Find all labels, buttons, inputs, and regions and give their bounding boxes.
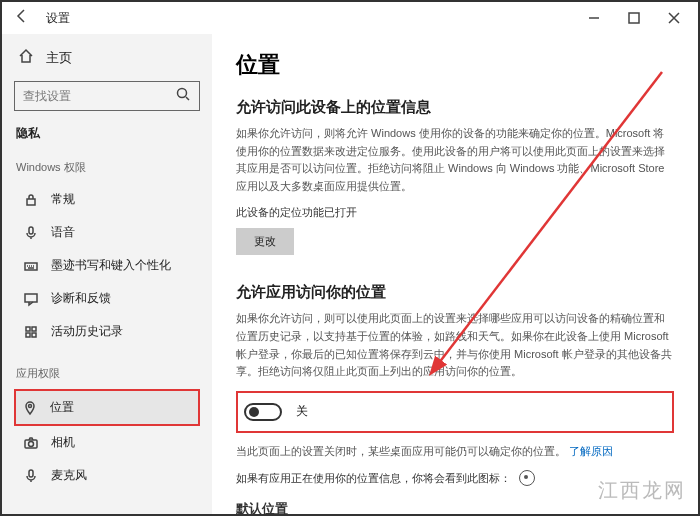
sidebar-item-inking[interactable]: 墨迹书写和键入个性化 [14,249,200,282]
location-icon-note: 如果有应用正在使用你的位置信息，你将会看到此图标： [236,470,674,486]
svg-rect-2 [27,199,35,205]
minimize-icon[interactable] [574,4,614,32]
svg-rect-13 [29,470,33,477]
location-toggle-row: 关 [236,391,674,433]
svg-rect-9 [32,333,36,337]
keyboard-icon [23,258,39,274]
titlebar: 设置 [2,2,698,34]
sidebar-item-speech[interactable]: 语音 [14,216,200,249]
sidebar-group-app: 应用权限 [16,366,200,381]
learn-more-link[interactable]: 了解原因 [569,445,613,457]
sidebar: 主页 隐私 Windows 权限 常规 语音 墨迹书写和键入个性化 [2,34,212,514]
sidebar-item-location[interactable]: 位置 [14,389,200,426]
feedback-icon [23,291,39,307]
search-icon [175,86,191,106]
sidebar-item-label: 相机 [51,434,75,451]
location-indicator-icon [519,470,535,486]
section-body-apps: 如果你允许访问，则可以使用此页面上的设置来选择哪些应用可以访问设备的精确位置和位… [236,310,674,380]
mic-icon [23,468,39,484]
sidebar-item-activity[interactable]: 活动历史记录 [14,315,200,348]
location-toggle[interactable] [244,403,282,421]
close-icon[interactable] [654,4,694,32]
location-icon [22,400,38,416]
svg-rect-3 [29,227,33,234]
sidebar-item-camera[interactable]: 相机 [14,426,200,459]
svg-rect-7 [32,327,36,331]
sidebar-item-label: 位置 [50,399,74,416]
sidebar-home[interactable]: 主页 [14,42,200,73]
sidebar-group-windows: Windows 权限 [16,160,200,175]
section-heading-device: 允许访问此设备上的位置信息 [236,98,674,117]
svg-rect-5 [25,294,37,302]
camera-icon [23,435,39,451]
sidebar-item-label: 麦克风 [51,467,87,484]
sidebar-home-label: 主页 [46,49,72,67]
search-input-wrap[interactable] [14,81,200,111]
section-heading-apps: 允许应用访问你的位置 [236,283,674,302]
sidebar-item-label: 活动历史记录 [51,323,123,340]
search-input[interactable] [23,89,175,103]
section-body-device: 如果你允许访问，则将允许 Windows 使用你的设备的功能来确定你的位置。Mi… [236,125,674,195]
svg-rect-8 [26,333,30,337]
device-location-status: 此设备的定位功能已打开 [236,205,674,220]
window-title: 设置 [46,10,70,27]
change-button[interactable]: 更改 [236,228,294,255]
history-icon [23,324,39,340]
sidebar-item-label: 墨迹书写和键入个性化 [51,257,171,274]
mic-icon [23,225,39,241]
svg-point-12 [29,441,34,446]
sidebar-item-label: 诊断和反馈 [51,290,111,307]
svg-point-10 [29,404,32,407]
back-icon[interactable] [14,8,30,28]
toggle-label: 关 [296,403,308,420]
home-icon [18,48,34,67]
desktop-apps-note: 当此页面上的设置关闭时，某些桌面应用可能仍可以确定你的位置。 了解原因 [236,443,674,461]
svg-rect-0 [629,13,639,23]
maximize-icon[interactable] [614,4,654,32]
svg-rect-6 [26,327,30,331]
sidebar-section-privacy: 隐私 [16,125,200,142]
svg-point-1 [178,89,187,98]
lock-icon [23,192,39,208]
default-location-heading: 默认位置 [236,500,674,514]
sidebar-item-microphone[interactable]: 麦克风 [14,459,200,492]
content-pane: 位置 允许访问此设备上的位置信息 如果你允许访问，则将允许 Windows 使用… [212,34,698,514]
sidebar-item-diagnostics[interactable]: 诊断和反馈 [14,282,200,315]
sidebar-item-general[interactable]: 常规 [14,183,200,216]
sidebar-item-label: 语音 [51,224,75,241]
page-title: 位置 [236,50,674,80]
sidebar-item-label: 常规 [51,191,75,208]
